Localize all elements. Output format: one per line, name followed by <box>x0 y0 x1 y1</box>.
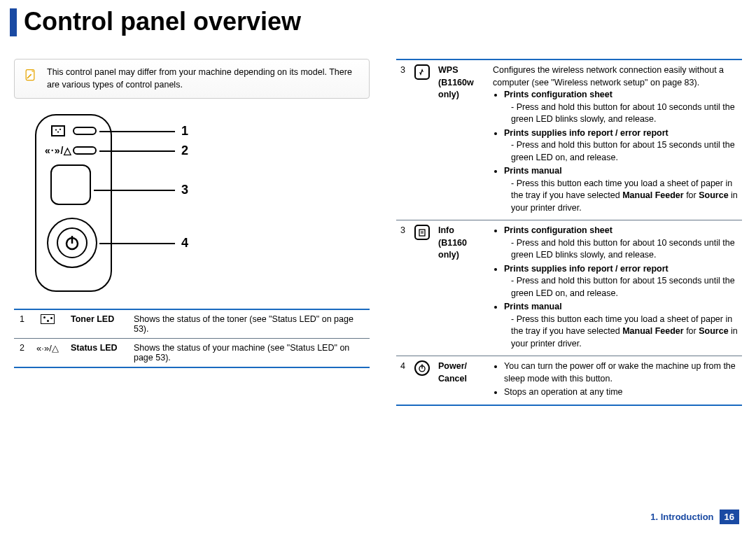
note-text: This control panel may differ from your … <box>47 66 360 91</box>
info-icon <box>410 220 434 356</box>
leader-line-4 <box>99 243 175 244</box>
page-title: Control panel overview <box>24 8 301 35</box>
cell-name: Status LED <box>65 339 128 368</box>
note-icon <box>23 66 38 91</box>
led-2 <box>73 146 97 155</box>
svg-point-2 <box>57 131 59 132</box>
table-row: 3 WPS (B1160w only) Configures the wirel… <box>396 59 742 220</box>
cell-desc: Prints configuration sheet Press and hol… <box>489 220 742 356</box>
footer-page-number: 16 <box>720 510 739 524</box>
leader-line-2 <box>99 150 175 152</box>
cell-name: Info (B1160 only) <box>434 220 489 356</box>
toner-icon <box>51 125 65 136</box>
note-box: This control panel may differ from your … <box>14 59 370 99</box>
cell-num: 1 <box>14 309 30 339</box>
square-button <box>50 164 91 205</box>
svg-point-1 <box>55 129 57 130</box>
wps-icon <box>410 59 434 220</box>
table-row: 3 Info (B1160 only) Prints configuration… <box>396 220 742 356</box>
svg-point-3 <box>59 129 61 130</box>
right-column: 3 WPS (B1160w only) Configures the wirel… <box>396 59 742 406</box>
page-footer: 1. Introduction 16 <box>650 510 739 524</box>
cell-name: Power/ Cancel <box>434 356 489 405</box>
leader-number-2: 2 <box>179 143 190 158</box>
table-row: 4 Power/ Cancel You can turn the power o… <box>396 356 742 405</box>
cell-desc: Shows the status of the toner (see "Stat… <box>128 309 370 339</box>
table-row: 2 «·»/△ Status LED Shows the status of y… <box>14 339 370 368</box>
cell-num: 4 <box>396 356 410 405</box>
left-table: 1 Toner LED Shows the status of the tone… <box>14 309 370 368</box>
leader-number-3: 3 <box>179 183 190 197</box>
leader-line-3 <box>94 190 175 191</box>
cell-num: 3 <box>396 220 410 356</box>
cell-num: 3 <box>396 59 410 220</box>
cell-desc: Shows the status of your machine (see "S… <box>128 339 370 368</box>
status-icon: «·»/△ <box>45 145 72 156</box>
cell-desc: Configures the wireless network connecti… <box>489 59 742 220</box>
table-row: 1 Toner LED Shows the status of the tone… <box>14 309 370 339</box>
title-bar: Control panel overview <box>0 0 756 45</box>
led-1 <box>73 127 97 135</box>
left-column: This control panel may differ from your … <box>14 59 370 406</box>
status-miniicon: «·»/△ <box>30 339 65 368</box>
leader-number-4: 4 <box>179 236 190 251</box>
toner-miniicon <box>30 309 65 339</box>
cell-name: Toner LED <box>65 309 128 339</box>
cell-num: 2 <box>14 339 30 368</box>
cell-name: WPS (B1160w only) <box>434 59 489 220</box>
cell-desc: You can turn the power off or wake the m… <box>489 356 742 405</box>
power-icon <box>410 356 434 405</box>
right-table: 3 WPS (B1160w only) Configures the wirel… <box>396 59 742 406</box>
title-accent <box>10 8 17 36</box>
leader-line-1 <box>99 131 175 132</box>
content-columns: This control panel may differ from your … <box>0 45 756 406</box>
power-icon <box>64 234 80 251</box>
control-panel-diagram: «·»/△ 1 2 3 4 <box>24 114 370 295</box>
leader-number-1: 1 <box>179 124 190 139</box>
footer-chapter: 1. Introduction <box>650 512 713 522</box>
power-button-ring <box>47 218 97 268</box>
